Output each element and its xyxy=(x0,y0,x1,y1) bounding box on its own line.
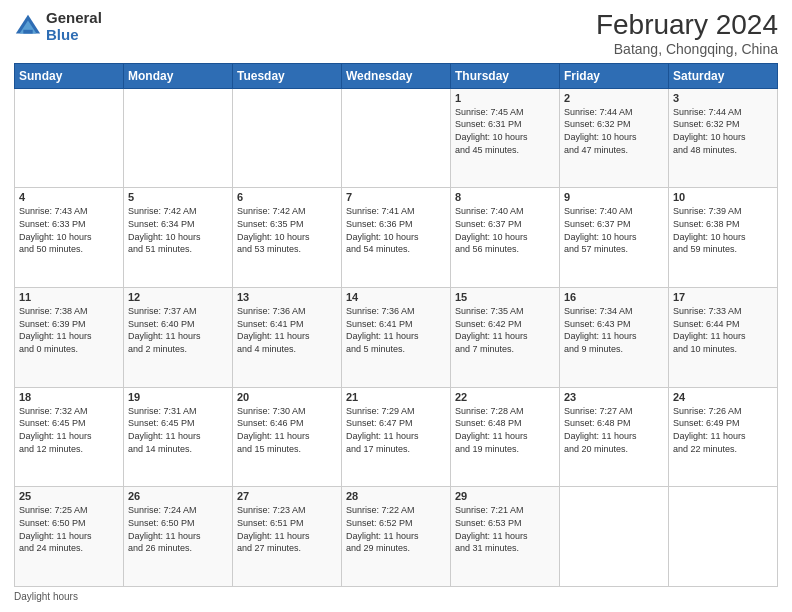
day-header-sunday: Sunday xyxy=(15,63,124,88)
calendar-cell: 12Sunrise: 7:37 AMSunset: 6:40 PMDayligh… xyxy=(124,288,233,388)
day-info: Sunrise: 7:39 AMSunset: 6:38 PMDaylight:… xyxy=(673,205,773,255)
day-info: Sunrise: 7:44 AMSunset: 6:32 PMDaylight:… xyxy=(673,106,773,156)
calendar-cell: 19Sunrise: 7:31 AMSunset: 6:45 PMDayligh… xyxy=(124,387,233,487)
week-row-2: 11Sunrise: 7:38 AMSunset: 6:39 PMDayligh… xyxy=(15,288,778,388)
day-number: 25 xyxy=(19,490,119,502)
day-number: 2 xyxy=(564,92,664,104)
calendar-cell: 8Sunrise: 7:40 AMSunset: 6:37 PMDaylight… xyxy=(451,188,560,288)
logo-general: General xyxy=(46,10,102,27)
day-info: Sunrise: 7:40 AMSunset: 6:37 PMDaylight:… xyxy=(455,205,555,255)
day-number: 11 xyxy=(19,291,119,303)
week-row-4: 25Sunrise: 7:25 AMSunset: 6:50 PMDayligh… xyxy=(15,487,778,587)
calendar-cell: 22Sunrise: 7:28 AMSunset: 6:48 PMDayligh… xyxy=(451,387,560,487)
day-header-saturday: Saturday xyxy=(669,63,778,88)
day-number: 27 xyxy=(237,490,337,502)
day-number: 4 xyxy=(19,191,119,203)
calendar-cell xyxy=(669,487,778,587)
day-header-row: SundayMondayTuesdayWednesdayThursdayFrid… xyxy=(15,63,778,88)
daylight-hours-label: Daylight hours xyxy=(14,591,78,602)
day-number: 22 xyxy=(455,391,555,403)
day-info: Sunrise: 7:28 AMSunset: 6:48 PMDaylight:… xyxy=(455,405,555,455)
calendar-cell: 24Sunrise: 7:26 AMSunset: 6:49 PMDayligh… xyxy=(669,387,778,487)
day-number: 24 xyxy=(673,391,773,403)
logo-text: General Blue xyxy=(46,10,102,43)
title-block: February 2024 Batang, Chongqing, China xyxy=(596,10,778,57)
day-number: 3 xyxy=(673,92,773,104)
logo-icon xyxy=(14,13,42,41)
day-info: Sunrise: 7:42 AMSunset: 6:35 PMDaylight:… xyxy=(237,205,337,255)
day-number: 7 xyxy=(346,191,446,203)
calendar-cell: 11Sunrise: 7:38 AMSunset: 6:39 PMDayligh… xyxy=(15,288,124,388)
day-number: 29 xyxy=(455,490,555,502)
day-number: 10 xyxy=(673,191,773,203)
day-info: Sunrise: 7:33 AMSunset: 6:44 PMDaylight:… xyxy=(673,305,773,355)
day-number: 17 xyxy=(673,291,773,303)
day-number: 6 xyxy=(237,191,337,203)
day-number: 28 xyxy=(346,490,446,502)
day-info: Sunrise: 7:29 AMSunset: 6:47 PMDaylight:… xyxy=(346,405,446,455)
day-number: 5 xyxy=(128,191,228,203)
day-number: 26 xyxy=(128,490,228,502)
calendar-cell: 5Sunrise: 7:42 AMSunset: 6:34 PMDaylight… xyxy=(124,188,233,288)
calendar-cell: 16Sunrise: 7:34 AMSunset: 6:43 PMDayligh… xyxy=(560,288,669,388)
day-info: Sunrise: 7:34 AMSunset: 6:43 PMDaylight:… xyxy=(564,305,664,355)
day-info: Sunrise: 7:21 AMSunset: 6:53 PMDaylight:… xyxy=(455,504,555,554)
day-info: Sunrise: 7:42 AMSunset: 6:34 PMDaylight:… xyxy=(128,205,228,255)
day-info: Sunrise: 7:26 AMSunset: 6:49 PMDaylight:… xyxy=(673,405,773,455)
day-info: Sunrise: 7:32 AMSunset: 6:45 PMDaylight:… xyxy=(19,405,119,455)
svg-rect-2 xyxy=(23,29,32,33)
calendar-cell xyxy=(233,88,342,188)
day-number: 20 xyxy=(237,391,337,403)
day-info: Sunrise: 7:44 AMSunset: 6:32 PMDaylight:… xyxy=(564,106,664,156)
day-header-wednesday: Wednesday xyxy=(342,63,451,88)
calendar-cell: 2Sunrise: 7:44 AMSunset: 6:32 PMDaylight… xyxy=(560,88,669,188)
calendar-cell: 20Sunrise: 7:30 AMSunset: 6:46 PMDayligh… xyxy=(233,387,342,487)
day-info: Sunrise: 7:36 AMSunset: 6:41 PMDaylight:… xyxy=(346,305,446,355)
week-row-0: 1Sunrise: 7:45 AMSunset: 6:31 PMDaylight… xyxy=(15,88,778,188)
calendar-cell: 26Sunrise: 7:24 AMSunset: 6:50 PMDayligh… xyxy=(124,487,233,587)
day-header-thursday: Thursday xyxy=(451,63,560,88)
day-header-monday: Monday xyxy=(124,63,233,88)
calendar-cell: 21Sunrise: 7:29 AMSunset: 6:47 PMDayligh… xyxy=(342,387,451,487)
logo-blue: Blue xyxy=(46,27,102,44)
day-info: Sunrise: 7:45 AMSunset: 6:31 PMDaylight:… xyxy=(455,106,555,156)
day-number: 14 xyxy=(346,291,446,303)
calendar-cell: 7Sunrise: 7:41 AMSunset: 6:36 PMDaylight… xyxy=(342,188,451,288)
day-header-tuesday: Tuesday xyxy=(233,63,342,88)
calendar-cell: 17Sunrise: 7:33 AMSunset: 6:44 PMDayligh… xyxy=(669,288,778,388)
day-number: 12 xyxy=(128,291,228,303)
calendar-cell: 9Sunrise: 7:40 AMSunset: 6:37 PMDaylight… xyxy=(560,188,669,288)
day-info: Sunrise: 7:37 AMSunset: 6:40 PMDaylight:… xyxy=(128,305,228,355)
page: General Blue February 2024 Batang, Chong… xyxy=(0,0,792,612)
day-number: 23 xyxy=(564,391,664,403)
day-number: 15 xyxy=(455,291,555,303)
day-info: Sunrise: 7:41 AMSunset: 6:36 PMDaylight:… xyxy=(346,205,446,255)
calendar-cell: 27Sunrise: 7:23 AMSunset: 6:51 PMDayligh… xyxy=(233,487,342,587)
day-number: 18 xyxy=(19,391,119,403)
footer: Daylight hours xyxy=(14,591,778,602)
day-header-friday: Friday xyxy=(560,63,669,88)
day-number: 21 xyxy=(346,391,446,403)
calendar-cell: 23Sunrise: 7:27 AMSunset: 6:48 PMDayligh… xyxy=(560,387,669,487)
calendar-cell: 4Sunrise: 7:43 AMSunset: 6:33 PMDaylight… xyxy=(15,188,124,288)
day-number: 16 xyxy=(564,291,664,303)
calendar-cell: 28Sunrise: 7:22 AMSunset: 6:52 PMDayligh… xyxy=(342,487,451,587)
logo: General Blue xyxy=(14,10,102,43)
week-row-1: 4Sunrise: 7:43 AMSunset: 6:33 PMDaylight… xyxy=(15,188,778,288)
day-number: 8 xyxy=(455,191,555,203)
day-info: Sunrise: 7:38 AMSunset: 6:39 PMDaylight:… xyxy=(19,305,119,355)
calendar-cell: 29Sunrise: 7:21 AMSunset: 6:53 PMDayligh… xyxy=(451,487,560,587)
day-number: 13 xyxy=(237,291,337,303)
calendar-cell: 1Sunrise: 7:45 AMSunset: 6:31 PMDaylight… xyxy=(451,88,560,188)
day-info: Sunrise: 7:43 AMSunset: 6:33 PMDaylight:… xyxy=(19,205,119,255)
day-info: Sunrise: 7:35 AMSunset: 6:42 PMDaylight:… xyxy=(455,305,555,355)
header: General Blue February 2024 Batang, Chong… xyxy=(14,10,778,57)
day-number: 9 xyxy=(564,191,664,203)
day-info: Sunrise: 7:31 AMSunset: 6:45 PMDaylight:… xyxy=(128,405,228,455)
day-info: Sunrise: 7:36 AMSunset: 6:41 PMDaylight:… xyxy=(237,305,337,355)
week-row-3: 18Sunrise: 7:32 AMSunset: 6:45 PMDayligh… xyxy=(15,387,778,487)
day-info: Sunrise: 7:23 AMSunset: 6:51 PMDaylight:… xyxy=(237,504,337,554)
calendar-cell: 10Sunrise: 7:39 AMSunset: 6:38 PMDayligh… xyxy=(669,188,778,288)
day-info: Sunrise: 7:25 AMSunset: 6:50 PMDaylight:… xyxy=(19,504,119,554)
calendar-cell: 3Sunrise: 7:44 AMSunset: 6:32 PMDaylight… xyxy=(669,88,778,188)
